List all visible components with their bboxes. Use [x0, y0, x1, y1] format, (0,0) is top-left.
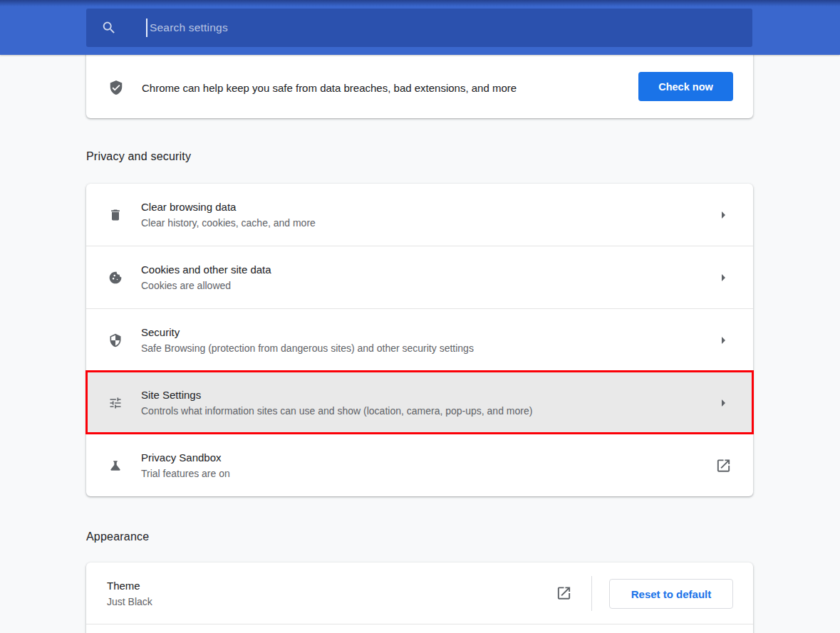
search-icon	[101, 20, 117, 36]
tune-icon	[108, 396, 123, 410]
list-item-security[interactable]: Security Safe Browsing (protection from …	[86, 308, 753, 371]
external-link-icon	[556, 585, 572, 602]
cookie-icon	[108, 271, 123, 285]
trash-icon	[108, 208, 123, 222]
list-item-theme[interactable]: Theme Just Black Reset to default	[86, 563, 753, 624]
item-subtitle: Clear history, cookies, cache, and more	[141, 217, 316, 229]
item-subtitle: Trial features are on	[141, 468, 230, 479]
appearance-section-heading: Appearance	[86, 530, 149, 543]
privacy-section-heading: Privacy and security	[86, 150, 191, 163]
text-cursor	[146, 19, 147, 37]
item-subtitle: Controls what information sites can use …	[141, 405, 532, 417]
item-title: Cookies and other site data	[141, 263, 271, 276]
safety-check-message: Chrome can help keep you safe from data …	[142, 82, 517, 94]
appearance-card: Theme Just Black Reset to default	[86, 563, 753, 633]
search-input[interactable]: Search settings	[86, 9, 752, 47]
settings-header: Search settings	[0, 0, 840, 55]
list-item-clear-browsing-data[interactable]: Clear browsing data Clear history, cooki…	[86, 184, 753, 246]
item-subtitle: Just Black	[107, 596, 152, 607]
item-subtitle: Safe Browsing (protection from dangerous…	[141, 342, 474, 354]
vertical-divider	[591, 576, 592, 611]
item-title: Security	[141, 326, 474, 338]
check-now-button[interactable]: Check now	[638, 72, 733, 101]
chevron-right-icon	[715, 206, 732, 224]
external-link-icon	[715, 457, 732, 474]
flask-icon	[108, 459, 123, 473]
list-item-cookies[interactable]: Cookies and other site data Cookies are …	[86, 246, 753, 308]
search-placeholder: Search settings	[150, 21, 228, 34]
chevron-right-icon	[715, 269, 732, 286]
shield-icon	[108, 333, 123, 347]
item-title: Clear browsing data	[141, 201, 316, 213]
item-title: Privacy Sandbox	[141, 451, 230, 464]
item-subtitle: Cookies are allowed	[141, 280, 271, 291]
list-item-site-settings[interactable]: Site Settings Controls what information …	[86, 371, 753, 434]
shield-check-icon	[108, 80, 124, 95]
chevron-right-icon	[715, 394, 732, 412]
list-item-privacy-sandbox[interactable]: Privacy Sandbox Trial features are on	[86, 434, 753, 496]
item-title: Theme	[107, 580, 152, 592]
item-title: Site Settings	[141, 389, 532, 401]
reset-to-default-button[interactable]: Reset to default	[609, 579, 733, 609]
privacy-card: Clear browsing data Clear history, cooki…	[86, 184, 753, 496]
chevron-right-icon	[715, 332, 732, 349]
